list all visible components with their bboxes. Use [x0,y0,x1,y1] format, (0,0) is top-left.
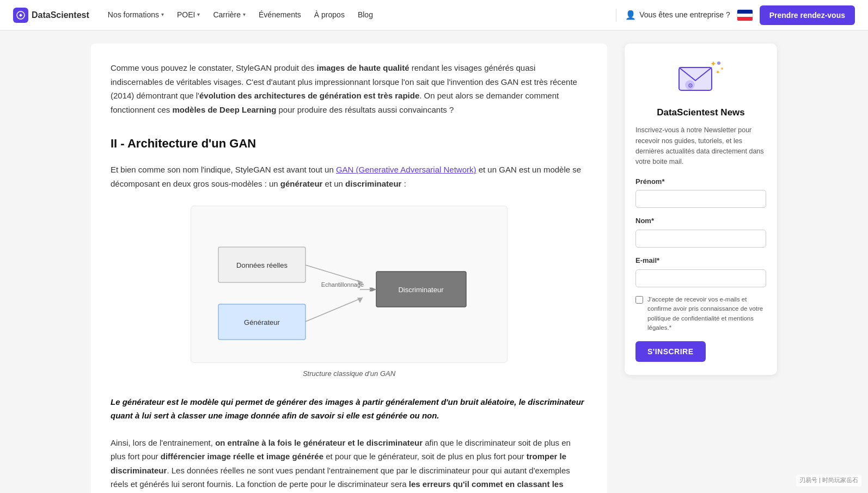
enterprise-link[interactable]: 👤 Vous êtes une entreprise ? [625,8,730,22]
section2-intro: Et bien comme son nom l'indique, StyleGA… [111,163,588,190]
article-main: Comme vous pouvez le constater, StyleGAN… [91,44,607,493]
svg-text:Discriminateur: Discriminateur [398,286,444,294]
nav-carriere[interactable]: Carrière ▾ [207,4,251,25]
consent-checkbox[interactable] [635,296,643,304]
newsletter-desc: Inscrivez-vous à notre Newsletter pour r… [635,125,766,168]
svg-text:✦: ✦ [716,69,720,75]
prenom-input[interactable] [635,190,766,208]
article-blockquote: Le générateur est le modèle qui permet d… [111,395,588,423]
svg-line-7 [305,265,363,282]
svg-text:Données réelles: Données réelles [236,261,288,269]
nav-blog[interactable]: Blog [352,4,378,25]
chevron-down-icon: ▾ [161,10,164,19]
newsletter-icon-wrap: ✦ ✦ ⚙ [635,57,766,97]
nav-apropos[interactable]: À propos [309,4,350,25]
nom-group: Nom* [635,215,766,248]
submit-button[interactable]: S'INSCRIRE [635,341,706,362]
diagram-svg: Données réelles Générateur Discriminateu… [191,206,508,363]
newsletter-icon: ✦ ✦ ⚙ [676,57,725,97]
svg-text:Echantillonnage: Echantillonnage [321,281,364,288]
sidebar: ✦ ✦ ⚙ DataScientest News Inscrivez-vous … [625,44,777,375]
diagram-caption: Structure classique d'un GAN [303,368,395,380]
enterprise-icon: 👤 [625,8,636,22]
svg-point-22 [721,67,723,70]
nom-label: Nom* [635,215,766,227]
svg-marker-14 [371,287,376,292]
svg-text:⚙: ⚙ [688,82,693,89]
checkbox-group: J'accepte de recevoir vos e-mails et con… [635,295,766,332]
email-group: E-mail* [635,255,766,287]
prenom-label: Prénom* [635,176,766,188]
gan-link[interactable]: GAN (Generative Adversarial Network) [336,165,476,174]
svg-point-21 [717,61,720,65]
chevron-down-icon: ▾ [197,10,200,19]
svg-text:✦: ✦ [710,59,717,68]
nom-input[interactable] [635,230,766,248]
nav-formations[interactable]: Nos formations ▾ [102,4,169,25]
nav-divider [616,9,616,22]
chevron-down-icon: ▾ [243,10,246,19]
language-flag[interactable] [737,9,753,21]
page-layout: Comme vous pouvez le constater, StyleGAN… [80,30,788,493]
logo-icon [13,8,28,23]
logo-text: DataScientest [32,8,89,22]
svg-line-9 [305,298,363,322]
cta-button[interactable]: Prendre rendez-vous [760,5,855,25]
svg-text:Générateur: Générateur [244,318,280,326]
section2-title: II - Architecture d'un GAN [111,134,588,153]
newsletter-title: DataScientest News [635,105,766,120]
email-input[interactable] [635,269,766,287]
site-logo[interactable]: DataScientest [13,8,89,23]
nav-right: 👤 Vous êtes une entreprise ? Prendre ren… [625,5,855,25]
email-label: E-mail* [635,255,766,267]
prenom-group: Prénom* [635,176,766,208]
gan-diagram: Données réelles Générateur Discriminateu… [111,206,588,380]
svg-marker-10 [357,298,363,303]
watermark: 刃易号 | 时尚玩家岳石 [796,474,861,486]
article-intro: Comme vous pouvez le constater, StyleGAN… [111,61,588,116]
diagram-image: Données réelles Générateur Discriminateu… [207,217,491,348]
nav-evenements[interactable]: Événements [253,4,307,25]
consent-label: J'accepte de recevoir vos e-mails et con… [647,295,766,332]
nav-items: Nos formations ▾ POEI ▾ Carrière ▾ Événe… [102,4,607,25]
navbar: DataScientest Nos formations ▾ POEI ▾ Ca… [0,0,868,30]
nav-poei[interactable]: POEI ▾ [172,4,205,25]
newsletter-card: ✦ ✦ ⚙ DataScientest News Inscrivez-vous … [625,44,777,375]
article-paragraph3: Ainsi, lors de l'entrainement, on entraî… [111,436,588,493]
